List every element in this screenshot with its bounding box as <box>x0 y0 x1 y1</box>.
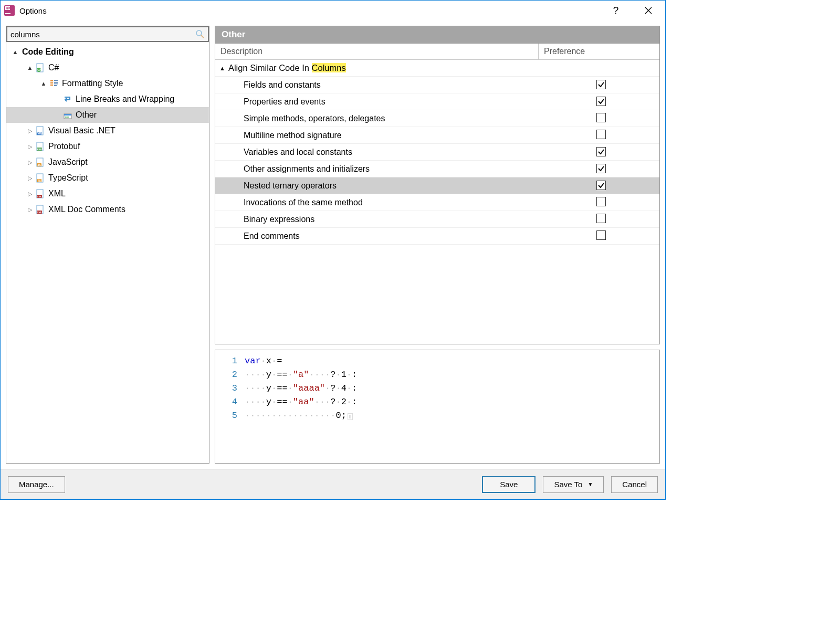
option-label: Nested ternary operators <box>215 179 539 193</box>
option-row[interactable]: Fields and constants <box>215 77 659 93</box>
svg-text:VB: VB <box>37 132 41 135</box>
checkbox[interactable] <box>596 97 606 106</box>
checkbox[interactable] <box>596 214 606 223</box>
svg-point-4 <box>196 30 202 36</box>
expand-icon[interactable]: ▷ <box>26 206 34 213</box>
option-preference <box>539 181 659 191</box>
option-label: Fields and constants <box>215 78 539 92</box>
panel-title: Other <box>215 26 660 43</box>
checkbox[interactable] <box>596 113 606 122</box>
grid-header: Description Preference <box>215 44 659 60</box>
checkbox[interactable] <box>596 80 606 89</box>
tree-node-xml-doc[interactable]: ▷ XML XML Doc Comments <box>6 202 209 217</box>
line-number: 1 <box>223 354 237 368</box>
svg-text:XML: XML <box>37 195 42 198</box>
option-label: Other assignments and initializers <box>215 162 539 176</box>
option-preference <box>539 230 659 242</box>
option-row[interactable]: Other assignments and initializers <box>215 161 659 177</box>
svg-rect-11 <box>50 85 53 86</box>
option-row[interactable]: Properties and events <box>215 93 659 110</box>
save-button[interactable]: Save <box>482 476 536 493</box>
checkbox[interactable] <box>596 130 606 139</box>
option-row[interactable]: Variables and local constants <box>215 144 659 161</box>
tree-node-code-editing[interactable]: ▲ Code Editing <box>6 44 209 60</box>
tree-node-typescript[interactable]: ▷ TS TypeScript <box>6 170 209 186</box>
option-label: End comments <box>215 229 539 243</box>
settings-tree[interactable]: ▲ Code Editing ▲ C# C# ▲ Formatting Styl… <box>6 42 209 463</box>
option-preference <box>539 214 659 225</box>
option-row[interactable]: Nested ternary operators <box>215 177 659 194</box>
collapse-icon[interactable]: ▲ <box>26 65 34 71</box>
titlebar: R# Options ? <box>1 1 665 20</box>
tree-node-xml[interactable]: ▷ XML XML <box>6 186 209 202</box>
checkbox[interactable] <box>596 230 606 240</box>
checkbox[interactable] <box>596 181 606 190</box>
protobuf-file-icon: PRO <box>36 142 45 151</box>
collapse-icon[interactable]: ▲ <box>219 65 225 71</box>
svg-rect-12 <box>54 80 58 81</box>
svg-text:TS: TS <box>38 179 41 182</box>
line-number: 4 <box>223 395 237 409</box>
tree-node-line-breaks[interactable]: Line Breaks and Wrapping <box>6 91 209 107</box>
group-label: Align Similar Code In Columns <box>228 63 346 73</box>
search-icon <box>195 29 205 39</box>
other-icon <box>63 110 72 120</box>
option-row[interactable]: Multiline method signature <box>215 127 659 144</box>
svg-rect-3 <box>5 13 10 14</box>
collapse-icon[interactable]: ▲ <box>40 80 47 87</box>
ts-file-icon: TS <box>36 173 45 183</box>
checkbox[interactable] <box>596 147 606 156</box>
option-row[interactable]: Simple methods, operators, delegates <box>215 110 659 127</box>
grid-body[interactable]: ▲ Align Similar Code In Columns Fields a… <box>215 60 659 344</box>
svg-rect-18 <box>65 117 67 118</box>
tree-node-csharp[interactable]: ▲ C# C# <box>6 60 209 76</box>
option-preference <box>539 197 659 208</box>
svg-text:PRO: PRO <box>37 148 43 151</box>
options-grid: Description Preference ▲ Align Similar C… <box>215 43 660 344</box>
formatting-icon <box>49 79 59 88</box>
close-button[interactable] <box>637 2 660 19</box>
app-icon: R# <box>4 5 15 16</box>
option-row[interactable]: End comments <box>215 228 659 245</box>
code-line: ····y·==·"a"····?·1·: <box>245 368 357 382</box>
help-button[interactable]: ? <box>604 2 627 19</box>
svg-rect-19 <box>67 117 69 118</box>
expand-icon[interactable]: ▷ <box>26 159 34 166</box>
options-window: R# Options ? ▲ Code Editing <box>0 0 666 500</box>
close-icon <box>645 7 652 14</box>
option-preference <box>539 97 659 107</box>
svg-rect-15 <box>54 85 57 86</box>
svg-rect-10 <box>50 82 53 83</box>
option-label: Properties and events <box>215 95 539 109</box>
tree-node-javascript[interactable]: ▷ JS JavaScript <box>6 154 209 170</box>
option-row[interactable]: Invocations of the same method <box>215 194 659 211</box>
column-description[interactable]: Description <box>215 44 539 59</box>
save-to-button[interactable]: Save To ▼ <box>543 476 604 493</box>
expand-icon[interactable]: ▷ <box>26 175 34 182</box>
expand-icon[interactable]: ▷ <box>26 191 34 197</box>
xml-file-icon: XML <box>36 189 45 198</box>
expand-icon[interactable]: ▷ <box>26 128 34 134</box>
option-preference <box>539 113 659 124</box>
option-row[interactable]: Binary expressions <box>215 211 659 228</box>
left-pane: ▲ Code Editing ▲ C# C# ▲ Formatting Styl… <box>6 26 209 464</box>
collapse-icon[interactable]: ▲ <box>12 49 19 55</box>
expand-icon[interactable]: ▷ <box>26 143 34 150</box>
svg-text:C#: C# <box>37 68 41 71</box>
tree-node-protobuf[interactable]: ▷ PRO Protobuf <box>6 139 209 154</box>
code-line: ····y·==·"aa"···?·2·: <box>245 395 357 409</box>
svg-text:JS: JS <box>38 163 41 166</box>
column-preference[interactable]: Preference <box>539 44 659 59</box>
cancel-button[interactable]: Cancel <box>611 476 658 493</box>
code-line: ····y·==·"aaaa"·?·4·: <box>245 382 357 395</box>
checkbox[interactable] <box>596 197 606 206</box>
group-align-columns[interactable]: ▲ Align Similar Code In Columns <box>215 60 659 77</box>
tree-node-vb[interactable]: ▷ VB Visual Basic .NET <box>6 123 209 139</box>
tree-node-other[interactable]: Other <box>6 107 209 123</box>
checkbox[interactable] <box>596 164 606 173</box>
search-input[interactable] <box>7 27 208 41</box>
tree-node-formatting-style[interactable]: ▲ Formatting Style <box>6 76 209 91</box>
dialog-body: ▲ Code Editing ▲ C# C# ▲ Formatting Styl… <box>1 20 665 469</box>
vb-file-icon: VB <box>36 126 45 135</box>
manage-button[interactable]: Manage... <box>8 476 65 493</box>
